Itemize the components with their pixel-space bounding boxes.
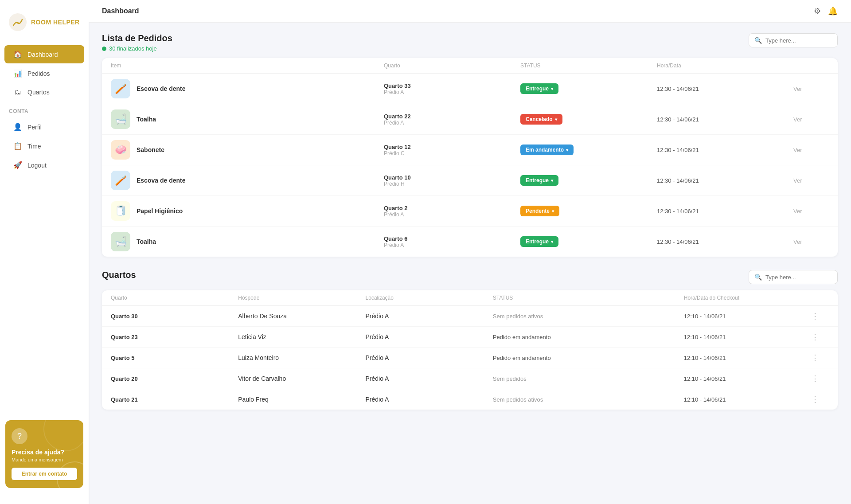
checkout-time: 12:10 - 14/06/21 <box>684 355 811 361</box>
logo-icon <box>9 13 27 31</box>
chevron-down-icon: ▾ <box>552 209 554 214</box>
rooms-col-quarto: Quarto <box>111 295 238 301</box>
sidebar-item-pedidos[interactable]: 📊 Pedidos <box>4 64 84 82</box>
table-row: Quarto 30 Alberto De Souza Prédio A Sem … <box>102 306 838 327</box>
more-options-button[interactable]: ⋮ <box>811 332 829 342</box>
sidebar-item-logout[interactable]: 🚀 Logout <box>4 156 84 174</box>
topbar-actions: ⚙ 🔔 <box>814 6 838 16</box>
help-card-subtitle: Mande uma mensagem <box>12 457 77 462</box>
rooms-col-status: STATUS <box>493 295 684 301</box>
rooms-search-input[interactable] <box>765 274 832 281</box>
view-link[interactable]: Ver <box>793 147 802 153</box>
orders-search-box[interactable]: 🔍 <box>749 33 838 47</box>
orders-col-status: STATUS <box>520 63 657 69</box>
orders-rows: 🪥 Escova de dente Quarto 33 Prédio A Ent… <box>102 74 838 257</box>
orders-col-time: Hora/Data <box>657 63 793 69</box>
chevron-down-icon: ▾ <box>551 178 553 183</box>
view-link[interactable]: Ver <box>793 116 802 123</box>
sidebar-item-time[interactable]: 📋 Time <box>4 137 84 155</box>
bell-icon[interactable]: 🔔 <box>828 6 838 16</box>
room-cell: Quarto 2 Prédio A <box>384 205 520 218</box>
status-badge[interactable]: Entregue ▾ <box>520 83 558 94</box>
item-image: 🪥 <box>111 171 130 190</box>
time-icon: 📋 <box>13 142 22 150</box>
status-cell: Entregue ▾ <box>520 83 657 94</box>
time-cell: 12:30 - 14/06/21 <box>657 86 793 92</box>
action-cell: Ver <box>793 146 829 153</box>
status-badge[interactable]: Entregue ▾ <box>520 236 558 247</box>
table-row: 🪥 Escova de dente Quarto 33 Prédio A Ent… <box>102 74 838 104</box>
status-text: Pedido em andamento <box>493 334 684 340</box>
room-building: Prédio A <box>384 242 520 248</box>
location: Prédio A <box>366 375 493 382</box>
action-cell: Ver <box>793 116 829 123</box>
status-badge[interactable]: Entregue ▾ <box>520 175 558 186</box>
sidebar-item-time-label: Time <box>27 143 41 150</box>
room-name: Quarto 21 <box>111 396 238 403</box>
room-number: Quarto 22 <box>384 113 520 120</box>
table-row: Quarto 21 Paulo Freq Prédio A Sem pedido… <box>102 389 838 410</box>
account-section-label: Conta <box>0 102 89 117</box>
sidebar-item-perfil[interactable]: 👤 Perfil <box>4 118 84 136</box>
rooms-search-icon: 🔍 <box>754 273 762 281</box>
table-row: 🛁 Toalha Quarto 6 Prédio A Entregue ▾ 12… <box>102 227 838 257</box>
view-link[interactable]: Ver <box>793 177 802 184</box>
rooms-search-box[interactable]: 🔍 <box>749 270 838 284</box>
orders-search-input[interactable] <box>765 37 832 44</box>
location: Prédio A <box>366 396 493 403</box>
sidebar-item-perfil-label: Perfil <box>27 124 42 131</box>
dashboard-content: Lista de Pedidos 30 finalizados hoje 🔍 I… <box>89 23 851 434</box>
topbar: Dashboard ⚙ 🔔 <box>89 0 851 23</box>
table-row: 🛁 Toalha Quarto 22 Prédio A Cancelado ▾ … <box>102 104 838 135</box>
chevron-down-icon: ▾ <box>551 86 553 91</box>
app-name: ROOM HELPER <box>31 19 80 26</box>
question-icon: ? <box>17 432 22 441</box>
view-link[interactable]: Ver <box>793 86 802 92</box>
status-cell: Entregue ▾ <box>520 175 657 186</box>
room-cell: Quarto 6 Prédio A <box>384 235 520 248</box>
orders-subtitle-text: 30 finalizados hoje <box>109 45 157 52</box>
quartos-icon: 🗂 <box>13 88 22 96</box>
status-text: Sem pedidos ativos <box>493 313 684 320</box>
sidebar-item-pedidos-label: Pedidos <box>27 70 50 77</box>
sidebar-item-dashboard[interactable]: 🏠 Dashboard <box>4 45 84 63</box>
dashboard-icon: 🏠 <box>13 50 22 59</box>
item-name: Sabonete <box>137 146 164 153</box>
settings-icon[interactable]: ⚙ <box>814 6 821 16</box>
status-badge[interactable]: Cancelado ▾ <box>520 114 562 125</box>
time-cell: 12:30 - 14/06/21 <box>657 177 793 184</box>
view-link[interactable]: Ver <box>793 238 802 245</box>
rooms-table: Quarto Hóspede Localização STATUS Hora/D… <box>102 290 838 410</box>
item-image: 🛁 <box>111 109 130 129</box>
more-options-button[interactable]: ⋮ <box>811 353 829 363</box>
status-text: Sem pedidos ativos <box>493 396 684 403</box>
more-options-button[interactable]: ⋮ <box>811 395 829 404</box>
sidebar-item-logout-label: Logout <box>27 162 47 169</box>
orders-search-icon: 🔍 <box>754 37 762 44</box>
rooms-col-action <box>811 295 829 301</box>
item-image: 🪥 <box>111 79 130 98</box>
action-cell: Ver <box>793 177 829 184</box>
checkout-time: 12:10 - 14/06/21 <box>684 313 811 320</box>
more-options-button[interactable]: ⋮ <box>811 374 829 383</box>
status-badge[interactable]: Em andamento ▾ <box>520 145 574 155</box>
orders-section-header: Lista de Pedidos 30 finalizados hoje 🔍 <box>102 33 838 52</box>
table-row: 🧼 Sabonete Quarto 12 Prédio C Em andamen… <box>102 135 838 165</box>
room-building: Prédio C <box>384 150 520 156</box>
table-row: 🧻 Papel Higiênico Quarto 2 Prédio A Pend… <box>102 196 838 227</box>
guest-name: Luiza Monteiro <box>238 354 365 361</box>
room-number: Quarto 2 <box>384 205 520 211</box>
item-name: Escova de dente <box>137 85 186 92</box>
action-cell: Ver <box>793 207 829 215</box>
view-link[interactable]: Ver <box>793 208 802 215</box>
more-options-button[interactable]: ⋮ <box>811 311 829 321</box>
room-building: Prédio A <box>384 211 520 218</box>
status-badge[interactable]: Pendente ▾ <box>520 206 559 216</box>
item-name: Escova de dente <box>137 177 186 184</box>
action-cell: Ver <box>793 85 829 92</box>
guest-name: Leticia Viz <box>238 333 365 340</box>
item-name: Papel Higiênico <box>137 207 183 215</box>
sidebar-item-quartos[interactable]: 🗂 Quartos <box>4 83 84 101</box>
guest-name: Alberto De Souza <box>238 313 365 320</box>
room-name: Quarto 20 <box>111 375 238 382</box>
